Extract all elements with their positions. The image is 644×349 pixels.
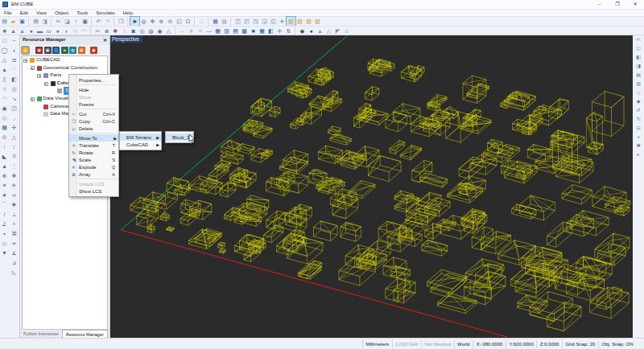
viewport-label[interactable]: Perspective [110, 35, 142, 43]
flag-icon[interactable]: ◤ [333, 27, 342, 35]
pyramid-icon[interactable]: ▲ [18, 27, 27, 35]
menu-item-move-to[interactable]: Move To▶ [69, 134, 118, 142]
workspace1-icon[interactable]: ▧ [287, 17, 295, 26]
pan-icon[interactable]: ✥ [148, 17, 157, 26]
vp-persp-icon[interactable]: ◇ [634, 88, 643, 97]
table2-icon[interactable]: ▥ [222, 27, 231, 35]
mod-stretch-icon[interactable]: ↕ [10, 142, 19, 152]
workspace4-icon[interactable]: ▧ [313, 17, 322, 26]
mod-pattern-icon[interactable]: ⋮ [10, 162, 19, 171]
freeze-geo-icon[interactable]: ◲ [260, 17, 269, 26]
draw-dome-icon[interactable]: ◠ [0, 94, 9, 104]
open-icon[interactable]: ▰ [9, 17, 18, 26]
mod-explode2-icon[interactable]: ✳ [10, 181, 19, 191]
menu-item-rotate[interactable]: ↻RotateR [69, 149, 118, 156]
cyl-icon[interactable]: ● [27, 27, 35, 35]
observables-icon[interactable]: ● [61, 47, 68, 54]
menu-item-freeze[interactable]: Freeze [69, 101, 118, 108]
mod-shell-icon[interactable]: ◘ [10, 55, 19, 65]
mod-array-icon[interactable]: ⠿ [10, 152, 19, 162]
ruler-icon[interactable]: ≡ [196, 27, 204, 35]
mod-loft-icon[interactable]: ◗ [10, 46, 19, 55]
mod-taper-icon[interactable]: △ [10, 133, 19, 142]
tree-node-label[interactable]: Parts [50, 72, 61, 80]
vp-more-icon[interactable]: ▸ [634, 150, 643, 159]
workspace2-icon[interactable]: ▧ [295, 17, 304, 26]
menu-help[interactable]: Help [119, 10, 137, 16]
lock-icon[interactable]: ◙ [102, 27, 111, 35]
tree-node-label[interactable]: CUBECAD [36, 56, 60, 64]
project-icon[interactable]: ▤ [22, 47, 29, 54]
simulate-icon[interactable]: ◉ [90, 47, 97, 54]
menu-item-cut[interactable]: ✂CutCtrl+X [69, 110, 118, 117]
mod-mirror-icon[interactable]: ◧ [10, 75, 19, 84]
draw-prism-icon[interactable]: ◇ [0, 113, 9, 123]
menu-item-array[interactable]: ⊞ArrayA [69, 170, 118, 178]
minus-icon[interactable]: — [204, 27, 213, 35]
tab-python-interpreter[interactable]: Python Interpreter [20, 330, 62, 338]
wire-icon[interactable]: ◫ [233, 17, 242, 26]
hide-geo-icon[interactable]: ◳ [251, 17, 260, 26]
blue2-icon[interactable]: ▦ [258, 27, 266, 35]
close-button[interactable]: ✕ [626, 0, 644, 9]
draw-angle-icon[interactable]: ∠ [0, 220, 9, 229]
window-icon[interactable]: ❐ [117, 17, 126, 26]
draw-disc-icon[interactable]: ⊙ [0, 133, 9, 142]
mod-measure-icon[interactable]: ⊥ [10, 210, 19, 220]
undo-icon[interactable]: ↶ [94, 17, 103, 26]
menu-item-scale[interactable]: ◥ScaleS [69, 156, 118, 163]
table1-icon[interactable]: ▦ [213, 27, 222, 35]
mod-align-icon[interactable]: ≍ [10, 239, 19, 248]
tree-item-geometrical-construction[interactable]: Geometrical Construction [23, 64, 107, 72]
cut-icon[interactable]: ✂ [54, 17, 63, 26]
draw-pyramid-icon[interactable]: ▲ [0, 65, 9, 75]
vp-left-icon[interactable]: ◧ [634, 53, 643, 62]
menu-item-explode[interactable]: ✳ExplodeQ [69, 163, 118, 170]
dark1-icon[interactable]: ◆ [298, 27, 307, 35]
hemi-icon[interactable]: ◗ [62, 27, 71, 35]
vp-light-icon[interactable]: ✺ [634, 142, 643, 150]
mod-offset-icon[interactable]: ◎ [10, 84, 19, 94]
menu-item-cubecad[interactable]: CubeCAD▶ [120, 141, 161, 148]
menu-edit[interactable]: Edit [16, 10, 32, 16]
tree-expander-icon[interactable] [31, 66, 35, 70]
mod-twist-icon[interactable]: ✢ [10, 123, 19, 133]
mod-slope-icon[interactable]: ⊿ [10, 258, 19, 268]
menu-item-em-terrano[interactable]: EM.Terrano▶ [120, 133, 161, 141]
mod-bend-icon[interactable]: ◞ [10, 113, 19, 123]
tree-expander-icon[interactable] [31, 97, 35, 101]
menu-object[interactable]: Object [51, 10, 72, 16]
tube-icon[interactable]: ▭ [44, 27, 53, 35]
minimize-button[interactable]: – [591, 0, 609, 9]
draw-tri-icon[interactable]: ▲ [0, 162, 9, 171]
new-icon[interactable]: ▤ [0, 17, 9, 26]
mod-snap-icon[interactable]: ⌘ [10, 229, 19, 239]
mod-dim2-icon[interactable]: + [10, 220, 19, 229]
tri2-icon[interactable]: ▲ [316, 27, 324, 35]
materials-icon[interactable]: ▣ [44, 47, 52, 54]
menu-item-copy[interactable]: ❐CopyCtrl+C [69, 117, 118, 125]
ellip-icon[interactable]: ○ [71, 27, 80, 35]
boolean-icon[interactable]: ◙ [129, 27, 138, 35]
vp-rotr-icon[interactable]: ↻ [634, 115, 643, 124]
dark2-icon[interactable]: ● [307, 27, 316, 35]
erase-icon[interactable]: ◪ [63, 17, 72, 26]
draw-box-icon[interactable]: □ [0, 36, 9, 46]
ghost-icon[interactable]: □ [197, 17, 206, 26]
menu-item-hide[interactable]: Hide [69, 86, 118, 93]
union-icon[interactable]: ◍ [147, 27, 155, 35]
box-icon[interactable]: ■ [0, 27, 9, 35]
tree-expander-icon[interactable] [23, 59, 27, 63]
vp-top-icon[interactable]: ▭ [634, 35, 643, 44]
grid2-icon[interactable]: # [187, 27, 196, 35]
blue1-icon[interactable]: ■ [249, 27, 258, 35]
menu-tools[interactable]: Tools [72, 10, 92, 16]
draw-cross-icon[interactable]: ⊕ [0, 171, 9, 181]
draw-wedge-icon[interactable]: ◣ [0, 152, 9, 162]
draw-plate-icon[interactable]: ▦ [0, 123, 9, 133]
tree-node-label[interactable]: Geometrical Construction [43, 64, 98, 72]
list-icon[interactable]: ▤ [231, 27, 240, 35]
workspace3-icon[interactable]: ▧ [304, 17, 313, 26]
draw-eye-icon[interactable]: ◉ [0, 104, 9, 113]
dome-icon[interactable]: ◠ [80, 27, 89, 35]
